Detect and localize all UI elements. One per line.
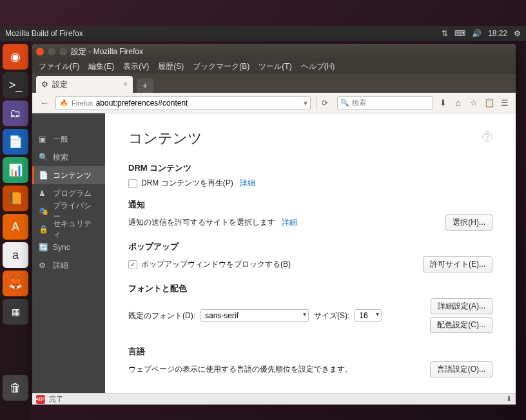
status-text: 完了	[49, 394, 63, 404]
close-icon[interactable]	[36, 48, 44, 55]
launcher-amazon[interactable]: a	[3, 242, 28, 268]
popup-heading: ポップアップ	[128, 241, 492, 253]
launcher-impress[interactable]: 📙	[3, 186, 28, 211]
sidebar-item-general[interactable]: ▣一般	[32, 130, 105, 148]
lang-choose-button[interactable]: 言語設定(O)...	[430, 361, 492, 377]
menu-view[interactable]: 表示(V)	[123, 61, 149, 72]
launcher: ◉ >_ 🗂 📄 📊 📙 A a 🦊 ▦ 🗑	[0, 41, 31, 420]
menu-history[interactable]: 履歴(S)	[158, 61, 184, 72]
firefox-badge-icon: 🔥	[59, 99, 69, 106]
privacy-icon: 🎭	[39, 207, 48, 216]
drm-play-checkbox-label[interactable]: DRM コンテンツを再生(P)	[128, 178, 233, 189]
urlbar: ← 🔥 Firefox ▾ ⟳ 🔍 検索 ⬇ ⌂ ☆ 📋 ☰	[32, 93, 516, 113]
panel-title: Mozilla Build of Firefox	[5, 29, 442, 38]
launcher-terminal[interactable]: >_	[3, 72, 28, 98]
bookmark-star-icon[interactable]: ☆	[468, 98, 480, 108]
lock-icon: 🔒	[39, 225, 48, 234]
font-advanced-button[interactable]: 詳細設定(A)...	[431, 298, 492, 314]
maximize-icon[interactable]	[59, 48, 67, 55]
clipboard-icon[interactable]: 📋	[483, 98, 495, 108]
notif-details-link[interactable]: 詳細	[282, 217, 297, 228]
drm-checkbox[interactable]	[128, 179, 137, 188]
minimize-icon[interactable]	[48, 48, 55, 55]
keyboard-icon[interactable]: ⌨	[454, 29, 465, 38]
home-icon[interactable]: ⌂	[453, 98, 464, 108]
section-notifications: 通知 通知の送信を許可するサイトを選択します 詳細 選択(H)...	[128, 199, 492, 231]
default-font-label: 既定のフォント(D):	[128, 310, 195, 321]
content-icon: 📄	[39, 171, 48, 180]
status-bar: ABP 完了 ⬇	[32, 393, 516, 405]
menu-file[interactable]: ファイル(F)	[39, 61, 79, 72]
default-font-select[interactable]: sans-serif	[200, 309, 309, 322]
downloads-icon[interactable]: ⬇	[437, 98, 449, 108]
firefox-badge-text: Firefox	[72, 99, 93, 107]
download-arrow-icon[interactable]: ⬇	[506, 395, 512, 403]
popup-block-label[interactable]: ✓ ポップアップウィンドウをブロックする(B)	[128, 259, 291, 270]
top-panel: Mozilla Build of Firefox ⇅ ⌨ 🔊 18:22 ⚙	[0, 26, 526, 41]
general-icon: ▣	[39, 135, 48, 144]
gear-icon: ⚙	[41, 80, 48, 89]
settings-gear-icon[interactable]: ⚙	[514, 29, 521, 38]
search-placeholder: 検索	[352, 98, 366, 108]
volume-icon[interactable]: 🔊	[472, 29, 482, 38]
sidebar-item-sync[interactable]: 🔄Sync	[32, 238, 105, 256]
font-size-select[interactable]: 16	[355, 309, 382, 322]
titlebar[interactable]: 設定 - Mozilla Firefox	[32, 44, 516, 59]
clock[interactable]: 18:22	[488, 29, 507, 38]
search-box[interactable]: 🔍 検索	[337, 96, 433, 110]
drm-details-link[interactable]: 詳細	[240, 178, 255, 189]
dropdown-icon[interactable]: ▾	[304, 99, 307, 108]
reload-button[interactable]: ⟳	[322, 99, 333, 108]
search-icon: 🔍	[340, 99, 349, 107]
sidebar-item-privacy[interactable]: 🎭プライバシー	[32, 202, 105, 220]
menu-help[interactable]: ヘルプ(H)	[301, 61, 335, 72]
sidebar-item-security[interactable]: 🔒セキュリティ	[32, 220, 105, 238]
adblock-icon[interactable]: ABP	[36, 395, 45, 404]
applications-icon: ♟	[39, 189, 48, 198]
sidebar-item-advanced[interactable]: ⚙詳細	[32, 256, 105, 274]
launcher-trash[interactable]: 🗑	[3, 375, 28, 401]
font-size-label: サイズ(S):	[314, 310, 349, 321]
notif-desc: 通知の送信を許可するサイトを選択します	[128, 217, 275, 228]
tab-close-icon[interactable]: ×	[123, 80, 128, 89]
sidebar-item-applications[interactable]: ♟プログラム	[32, 184, 105, 202]
new-tab-button[interactable]: +	[137, 79, 153, 93]
sidebar-item-content[interactable]: 📄コンテンツ	[32, 166, 105, 184]
prefs-main: ? コンテンツ DRM コンテンツ DRM コンテンツを再生(P) 詳細 通知 …	[105, 113, 516, 393]
launcher-calc[interactable]: 📊	[3, 157, 28, 183]
menu-bookmarks[interactable]: ブックマーク(B)	[193, 61, 249, 72]
sync-icon: 🔄	[39, 243, 48, 252]
popup-exceptions-button[interactable]: 許可サイト(E)...	[423, 256, 492, 272]
prefs-sidebar: ▣一般 🔍検索 📄コンテンツ ♟プログラム 🎭プライバシー 🔒セキュリティ 🔄S…	[32, 113, 105, 393]
hamburger-menu-icon[interactable]: ☰	[499, 98, 511, 108]
page-title: コンテンツ	[128, 129, 492, 148]
url-field[interactable]: 🔥 Firefox ▾	[55, 96, 311, 110]
search-icon: 🔍	[39, 153, 48, 162]
back-button[interactable]: ←	[37, 96, 52, 110]
launcher-writer[interactable]: 📄	[3, 129, 28, 155]
colors-button[interactable]: 配色設定(C)...	[430, 317, 492, 333]
url-input[interactable]	[96, 99, 301, 108]
separator	[316, 97, 317, 109]
launcher-dash[interactable]: ◉	[3, 44, 28, 70]
firefox-window: 設定 - Mozilla Firefox ファイル(F) 編集(E) 表示(V)…	[32, 44, 516, 393]
sidebar-item-search[interactable]: 🔍検索	[32, 148, 105, 166]
launcher-software[interactable]: A	[3, 214, 28, 240]
notif-choose-button[interactable]: 選択(H)...	[445, 215, 492, 231]
tab-settings[interactable]: ⚙ 設定 ×	[36, 76, 133, 93]
section-fonts: フォントと配色 既定のフォント(D): sans-serif サイズ(S): 1…	[128, 283, 492, 333]
tab-label: 設定	[52, 79, 68, 90]
launcher-firefox[interactable]: 🦊	[3, 271, 28, 296]
launcher-files[interactable]: 🗂	[3, 100, 28, 126]
menu-edit[interactable]: 編集(E)	[88, 61, 114, 72]
section-popup: ポップアップ ✓ ポップアップウィンドウをブロックする(B) 許可サイト(E).…	[128, 241, 492, 272]
tabbar: ⚙ 設定 × +	[32, 73, 516, 93]
launcher-workspace[interactable]: ▦	[3, 299, 28, 325]
menu-tools[interactable]: ツール(T)	[258, 61, 291, 72]
window-title: 設定 - Mozilla Firefox	[71, 46, 143, 57]
fonts-heading: フォントと配色	[128, 283, 492, 294]
network-icon[interactable]: ⇅	[442, 29, 448, 38]
lang-desc: ウェブページの表示に使用する言語の優先順位を設定できます。	[128, 364, 353, 375]
popup-checkbox[interactable]: ✓	[128, 260, 137, 269]
help-icon[interactable]: ?	[482, 131, 492, 142]
